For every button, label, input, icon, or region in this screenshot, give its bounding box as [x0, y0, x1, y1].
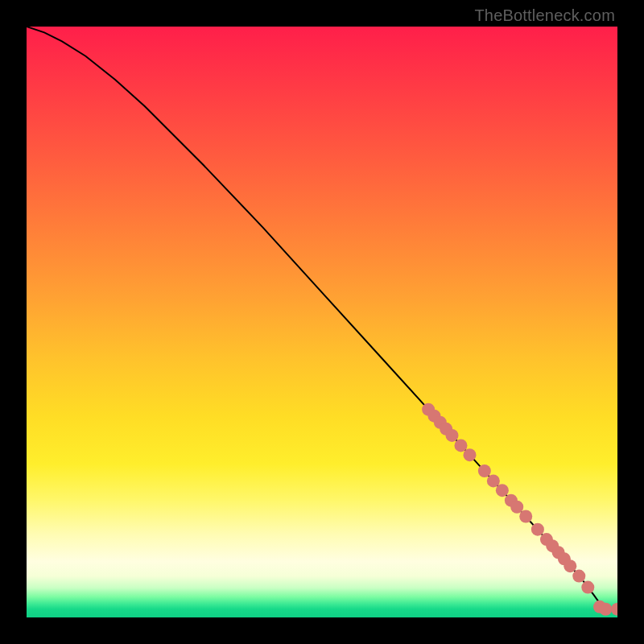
data-point [510, 501, 523, 514]
data-point [487, 474, 500, 487]
attribution-label: TheBottleneck.com [474, 6, 615, 25]
data-point [572, 570, 585, 583]
data-point [519, 510, 532, 522]
data-point [454, 439, 467, 452]
data-point [611, 603, 617, 616]
data-point [581, 581, 594, 594]
data-point [445, 429, 458, 442]
data-point [464, 448, 477, 461]
chart-frame: TheBottleneck.com [0, 0, 644, 644]
data-point [496, 484, 509, 497]
data-points [422, 403, 617, 616]
data-point [599, 603, 612, 616]
data-point [478, 464, 491, 477]
chart-svg [27, 27, 617, 617]
plot-area [27, 27, 617, 617]
data-point [564, 559, 576, 572]
data-point [531, 523, 544, 536]
